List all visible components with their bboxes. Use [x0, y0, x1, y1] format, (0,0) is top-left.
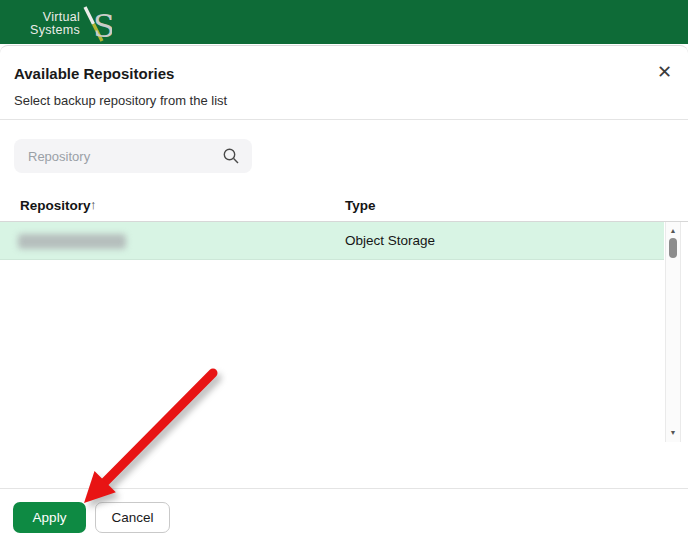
- logo-s-mark-icon: S: [82, 4, 112, 44]
- search-input[interactable]: [14, 139, 252, 173]
- app-logo: Virtual Systems S: [30, 3, 112, 44]
- close-icon[interactable]: ✕: [657, 63, 672, 81]
- app-header: Virtual Systems S: [0, 0, 688, 44]
- sort-ascending-icon[interactable]: ↑: [90, 197, 97, 212]
- table-header: Repository ↑ Type: [0, 196, 688, 220]
- repository-type-cell: Object Storage: [345, 233, 435, 248]
- logo-line1: Virtual: [43, 11, 80, 24]
- app-logo-text: Virtual Systems: [30, 11, 80, 37]
- table-row[interactable]: Object Storage: [0, 222, 664, 260]
- table-body: Object Storage ▲ ▼: [0, 222, 688, 442]
- scroll-up-icon[interactable]: ▲: [666, 227, 680, 234]
- dialog-subtitle: Select backup repository from the list: [14, 93, 227, 108]
- logo-line2: Systems: [30, 24, 80, 37]
- scrollbar[interactable]: ▲ ▼: [665, 222, 681, 442]
- cancel-button[interactable]: Cancel: [95, 502, 170, 533]
- column-header-type[interactable]: Type: [345, 198, 376, 213]
- scrollbar-thumb[interactable]: [669, 238, 677, 258]
- header-divider: [0, 119, 688, 120]
- search-icon: [222, 147, 240, 165]
- svg-text:S: S: [93, 7, 112, 44]
- footer-divider: [0, 488, 688, 489]
- apply-button[interactable]: Apply: [13, 502, 86, 533]
- screen: Virtual Systems S Available Repositories…: [0, 0, 688, 543]
- search-field-container: [14, 139, 252, 173]
- redacted-repository-name: [18, 234, 126, 249]
- dialog-title: Available Repositories: [14, 65, 174, 82]
- scroll-down-icon[interactable]: ▼: [666, 429, 680, 436]
- column-header-repository[interactable]: Repository: [20, 198, 91, 213]
- repositories-dialog: Available Repositories ✕ Select backup r…: [0, 45, 688, 543]
